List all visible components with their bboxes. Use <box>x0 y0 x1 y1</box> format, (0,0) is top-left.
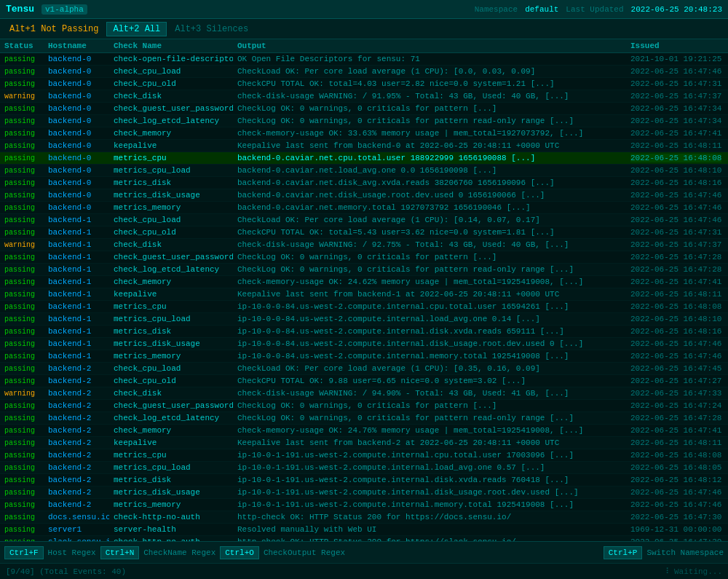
cell-issued: 2022-06-25 16:48:11 <box>626 437 728 449</box>
hostname-text: backend-1 <box>48 327 91 336</box>
issued-text: 2022-06-25 16:47:37 <box>630 92 721 101</box>
cell-check: check_cpu_load <box>109 66 233 78</box>
table-row[interactable]: passing backend-0 check_memory check-mem… <box>0 127 728 140</box>
host-regex-shortcut[interactable]: Ctrl+F <box>4 546 44 559</box>
table-row[interactable]: passing backend-0 metrics_disk backend-0… <box>0 177 728 189</box>
cell-hostname: backend-1 <box>44 313 109 326</box>
table-row[interactable]: passing slack.sensu.io check-http-no-aut… <box>0 536 728 542</box>
cell-issued: 2022-06-25 16:48:11 <box>626 288 728 301</box>
cell-check: check_log_etcd_latency <box>109 115 233 127</box>
check-name-text: check_memory <box>114 129 171 138</box>
issued-text: 2022-06-25 16:48:08 <box>630 302 721 311</box>
issued-text: 2022-06-25 16:48:12 <box>630 476 721 484</box>
table-row[interactable]: passing backend-1 keepalive Keepalive la… <box>0 288 728 301</box>
table-row[interactable]: passing backend-0 check_log_etcd_latency… <box>0 115 728 127</box>
cell-output: backend-0.caviar.net.disk_avg.xvda.reads… <box>233 177 626 189</box>
check-name-text: keepalive <box>114 141 157 150</box>
table-row[interactable]: passing backend-2 check_cpu_load CheckLo… <box>0 363 728 375</box>
issued-text: 2022-06-25 16:47:28 <box>630 265 721 274</box>
table-row[interactable]: passing backend-0 metrics_disk_usage bac… <box>0 189 728 202</box>
cell-output: ip-10-0-0-84.us-west-2.compute.internal.… <box>233 301 626 313</box>
table-row[interactable]: passing backend-1 check_memory check-mem… <box>0 276 728 288</box>
issued-text: 2022-06-25 16:47:46 <box>630 352 721 361</box>
table-row[interactable]: passing backend-2 check_guest_user_passw… <box>0 400 728 412</box>
table-row[interactable]: warning backend-2 check_disk check-disk-… <box>0 387 728 400</box>
cell-issued: 2022-06-25 16:48:10 <box>626 313 728 326</box>
namespace-value: default <box>525 5 558 14</box>
table-row[interactable]: passing backend-1 metrics_cpu_load ip-10… <box>0 313 728 326</box>
table-row[interactable]: passing backend-2 metrics_cpu ip-10-0-1-… <box>0 449 728 462</box>
checkoutput-regex-shortcut[interactable]: Ctrl+O <box>220 546 259 559</box>
hostname-text: backend-1 <box>48 216 91 224</box>
table-row[interactable]: passing backend-2 metrics_disk ip-10-0-1… <box>0 474 728 487</box>
tab-alt2-shortcut: Alt+2 <box>113 24 139 34</box>
table-row[interactable]: passing backend-0 metrics_cpu backend-0.… <box>0 152 728 165</box>
table-row[interactable]: passing backend-0 check_cpu_load CheckLo… <box>0 66 728 78</box>
switch-ns-shortcut[interactable]: Ctrl+P <box>604 546 643 559</box>
tab-all[interactable]: Alt+2 All <box>106 22 167 36</box>
cell-hostname: backend-2 <box>44 487 109 499</box>
cell-issued: 2022-06-25 16:47:34 <box>626 103 728 115</box>
cell-check: metrics_disk_usage <box>109 189 233 202</box>
issued-text: 2022-06-25 16:47:31 <box>630 79 721 88</box>
table-row[interactable]: passing docs.sensu.io check-http-no-auth… <box>0 511 728 524</box>
table-row[interactable]: passing backend-1 check_log_etcd_latency… <box>0 264 728 276</box>
table-row[interactable]: passing backend-0 check-open-file-descri… <box>0 53 728 66</box>
cell-output: check-disk-usage WARNING: / 94.90% - Tot… <box>233 387 626 400</box>
table-row[interactable]: passing backend-2 metrics_memory ip-10-0… <box>0 499 728 511</box>
table-row[interactable]: passing backend-1 metrics_disk ip-10-0-0… <box>0 326 728 338</box>
check-name-text: metrics_memory <box>114 500 181 509</box>
cell-issued: 2021-10-01 19:21:25 <box>626 53 728 66</box>
table-row[interactable]: warning backend-0 check_disk check-disk-… <box>0 90 728 103</box>
cell-issued: 2022-06-25 16:47:41 <box>626 425 728 437</box>
table-row[interactable]: passing backend-1 check_cpu_old CheckCPU… <box>0 227 728 239</box>
table-row[interactable]: passing backend-2 check_log_etcd_latency… <box>0 412 728 425</box>
output-text: ip-10-0-0-84.us-west-2.compute.internal.… <box>237 315 540 323</box>
table-row[interactable]: passing backend-1 metrics_disk_usage ip-… <box>0 338 728 350</box>
status-badge: passing <box>4 526 35 534</box>
tab-silences[interactable]: Alt+3 Silences <box>168 22 255 36</box>
cell-check: metrics_disk <box>109 474 233 487</box>
table-row[interactable]: passing server1 server-health Resolved m… <box>0 524 728 536</box>
table-row[interactable]: passing backend-2 keepalive Keepalive la… <box>0 437 728 449</box>
check-name-text: metrics_disk <box>114 327 171 336</box>
output-text: Resolved manually with Web UI <box>237 525 376 534</box>
cell-issued: 2022-06-25 16:47:30 <box>626 511 728 524</box>
table-row[interactable]: passing backend-2 metrics_cpu_load ip-10… <box>0 462 728 474</box>
cell-check: metrics_cpu <box>109 449 233 462</box>
table-row[interactable]: passing backend-1 metrics_memory ip-10-0… <box>0 350 728 363</box>
table-row[interactable]: passing backend-0 check_guest_user_passw… <box>0 103 728 115</box>
table-row[interactable]: passing backend-1 check_guest_user_passw… <box>0 251 728 264</box>
hostname-text: backend-0 <box>48 191 91 200</box>
table-row[interactable]: passing backend-0 check_cpu_old CheckCPU… <box>0 78 728 90</box>
checkname-regex-shortcut[interactable]: Ctrl+N <box>100 546 140 559</box>
hostname-text: backend-2 <box>48 463 91 472</box>
table-row[interactable]: passing backend-0 metrics_memory backend… <box>0 202 728 214</box>
cell-hostname: backend-0 <box>44 165 109 177</box>
cell-issued: 2022-06-25 16:48:08 <box>626 449 728 462</box>
cell-status: passing <box>0 66 44 78</box>
status-badge: passing <box>4 117 35 125</box>
table-row[interactable]: passing backend-1 metrics_cpu ip-10-0-0-… <box>0 301 728 313</box>
last-updated-value: 2022-06-25 20:48:23 <box>631 5 722 14</box>
hostname-text: backend-1 <box>48 265 91 274</box>
cell-status: passing <box>0 127 44 140</box>
check-name-text: keepalive <box>114 438 157 447</box>
table-row[interactable]: passing backend-0 metrics_cpu_load backe… <box>0 165 728 177</box>
table-row[interactable]: passing backend-0 keepalive Keepalive la… <box>0 140 728 152</box>
cell-issued: 2022-06-25 16:48:12 <box>626 474 728 487</box>
table-row[interactable]: passing backend-1 check_cpu_load CheckLo… <box>0 214 728 227</box>
cell-issued: 2022-06-25 16:48:11 <box>626 140 728 152</box>
status-badge: passing <box>4 204 35 212</box>
table-row[interactable]: warning backend-1 check_disk check-disk-… <box>0 239 728 251</box>
cell-status: passing <box>0 449 44 462</box>
table-row[interactable]: passing backend-2 check_cpu_old CheckCPU… <box>0 375 728 387</box>
issued-text: 2022-06-25 16:47:41 <box>630 426 721 435</box>
cell-hostname: docs.sensu.io <box>44 511 109 524</box>
tab-not-passing[interactable]: Alt+1 Not Passing <box>3 22 105 36</box>
table-row[interactable]: passing backend-2 check_memory check-mem… <box>0 425 728 437</box>
table-row[interactable]: passing backend-2 metrics_disk_usage ip-… <box>0 487 728 499</box>
cell-hostname: backend-0 <box>44 103 109 115</box>
cell-issued: 2022-06-25 16:47:34 <box>626 115 728 127</box>
status-badge: passing <box>4 68 35 76</box>
